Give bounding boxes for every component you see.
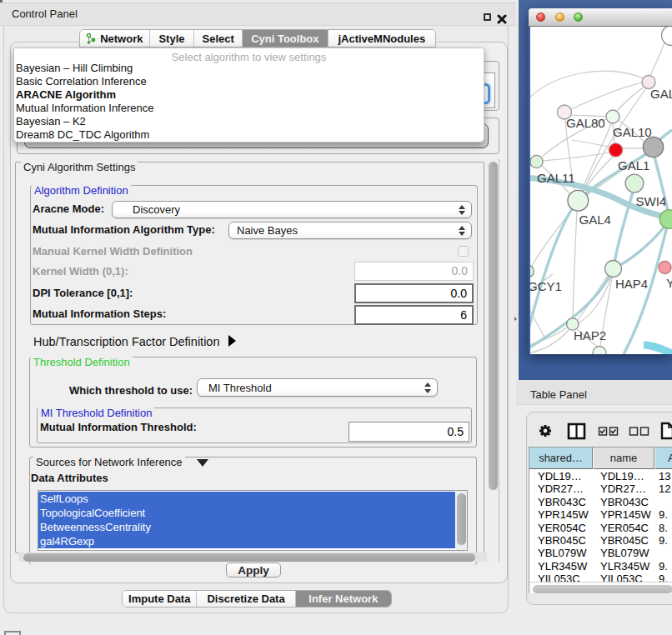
svg-text:HAP2: HAP2 [574, 328, 606, 342]
svg-text:GCY1: GCY1 [530, 279, 562, 293]
svg-text:HAP4: HAP4 [615, 277, 648, 291]
svg-text:GAL1: GAL1 [618, 158, 649, 172]
svg-text:GAL4: GAL4 [579, 212, 611, 227]
svg-text:Y: Y [666, 276, 672, 290]
svg-text:SWI4: SWI4 [636, 194, 667, 208]
svg-text:GAL80: GAL80 [566, 116, 605, 130]
svg-text:GAL10: GAL10 [613, 125, 652, 139]
svg-text:GAL2: GAL2 [650, 87, 672, 101]
svg-text:GAL11: GAL11 [537, 171, 575, 185]
